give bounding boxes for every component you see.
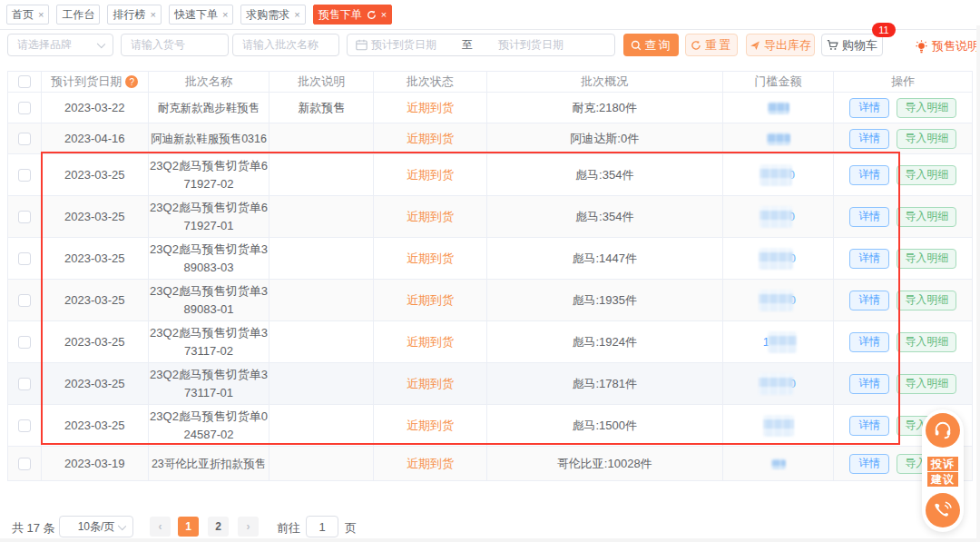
row-checkbox[interactable]: [18, 102, 31, 114]
row-amount-blurred: [767, 133, 790, 145]
table-row: 2023-03-25 23Q2彪马预售切货单389083-03 近期到货 彪马:…: [8, 238, 972, 280]
phone-contact-button[interactable]: [926, 493, 960, 527]
row-checkbox[interactable]: [18, 294, 31, 307]
row-checkbox[interactable]: [18, 458, 31, 470]
row-batch-summary: 彪马:1924件: [572, 334, 637, 350]
row-checkbox[interactable]: [18, 252, 31, 265]
detail-button[interactable]: 详情: [849, 332, 889, 352]
tab-close-icon[interactable]: ×: [150, 10, 155, 20]
detail-button[interactable]: 详情: [849, 454, 889, 474]
date-separator: 至: [440, 37, 495, 53]
tab-presale-order[interactable]: 预售下单×: [313, 5, 392, 25]
row-batch-status: 近期到货: [407, 376, 454, 392]
detail-button[interactable]: 详情: [849, 416, 889, 436]
row-checkbox[interactable]: [18, 169, 31, 182]
brand-select[interactable]: 请选择品牌: [7, 34, 113, 56]
detail-button[interactable]: 详情: [849, 374, 889, 394]
row-batch-status: 近期到货: [407, 334, 454, 350]
cart-button[interactable]: 购物车: [821, 34, 883, 56]
tab-quick-order[interactable]: 快速下单×: [169, 5, 233, 25]
tab-home[interactable]: 首页×: [6, 5, 49, 25]
row-batch-summary: 哥伦比亚:10028件: [557, 456, 652, 472]
row-checkbox[interactable]: [18, 378, 31, 390]
detail-button[interactable]: 详情: [849, 129, 889, 149]
select-all-checkbox[interactable]: [18, 75, 31, 88]
chevron-down-icon: [118, 522, 126, 530]
import-button[interactable]: 导入明细: [897, 98, 956, 118]
tab-label: 快速下单: [174, 7, 218, 23]
import-button[interactable]: 导入明细: [897, 332, 956, 352]
complaint-label-line1: 投诉: [927, 457, 958, 471]
tab-close-icon[interactable]: ×: [222, 10, 228, 20]
page-bottom-strip: [0, 538, 980, 542]
import-button[interactable]: 导入明细: [897, 374, 956, 394]
goto-page-input[interactable]: 1: [306, 516, 338, 537]
page-button-1[interactable]: 1: [178, 517, 199, 537]
phone-icon: [934, 501, 952, 519]
row-batch-name: 23Q2彪马预售切货单671927-01: [150, 199, 269, 235]
tab-close-icon[interactable]: ×: [294, 10, 299, 20]
tab-workbench[interactable]: 工作台: [56, 5, 100, 25]
tab-bar: 首页×工作台排行榜×快速下单×求购需求×预售下单×: [0, 0, 980, 30]
complaint-suggestion-button[interactable]: 投诉 建议: [927, 457, 958, 487]
refresh-icon: [691, 40, 701, 51]
row-amount-blurred: [759, 248, 793, 270]
row-batch-name: 23Q2彪马预售切货单389083-01: [150, 282, 269, 319]
bulb-icon: [915, 40, 928, 54]
detail-button[interactable]: 详情: [849, 291, 889, 310]
tab-label: 首页: [12, 7, 34, 23]
customer-service-button[interactable]: [926, 413, 960, 448]
import-button[interactable]: 导入明细: [897, 291, 956, 310]
batch-name-placeholder: 请输入批次名称: [233, 37, 318, 53]
export-inventory-button[interactable]: 导出库存: [746, 34, 815, 56]
row-date: 2023-04-16: [64, 132, 125, 145]
row-checkbox[interactable]: [18, 419, 31, 432]
detail-button[interactable]: 详情: [849, 98, 889, 118]
reset-button[interactable]: 重置: [685, 34, 738, 56]
row-checkbox[interactable]: [18, 211, 31, 223]
row-amount-blurred: [768, 102, 789, 114]
page-unit-label: 页: [345, 520, 357, 537]
search-button[interactable]: 查询: [623, 34, 679, 56]
row-date: 2023-03-19: [64, 457, 125, 470]
detail-button[interactable]: 详情: [849, 249, 889, 269]
presale-help-link[interactable]: 预售说明: [915, 38, 979, 54]
prev-page-button[interactable]: ‹: [150, 517, 171, 537]
question-icon[interactable]: ?: [125, 75, 138, 88]
import-button[interactable]: 导入明细: [897, 249, 956, 269]
import-button[interactable]: 导入明细: [897, 165, 956, 185]
import-button[interactable]: 导入明细: [897, 207, 956, 227]
page-size-select[interactable]: 10条/页: [59, 516, 133, 537]
row-batch-status: 近期到货: [407, 209, 454, 225]
detail-button[interactable]: 详情: [849, 165, 889, 185]
table-row: 2023-04-16 阿迪新款鞋服预售0316 近期到货 阿迪达斯:0件 详情 …: [8, 123, 972, 154]
tab-close-icon[interactable]: ×: [381, 10, 387, 20]
date-range-picker[interactable]: 预计到货日期 至 预计到货日期: [347, 34, 615, 56]
col-batch-note: 批次说明: [270, 72, 374, 92]
row-batch-name: 23哥伦比亚折扣款预售: [152, 455, 266, 473]
next-page-button[interactable]: ›: [238, 517, 259, 537]
date-start-placeholder: 预计到货日期: [368, 37, 440, 53]
row-batch-summary: 彪马:1447件: [572, 251, 637, 267]
batch-name-input[interactable]: 请输入批次名称: [232, 34, 339, 56]
presale-help-label: 预售说明: [932, 38, 979, 54]
row-batch-summary: 彪马:354件: [575, 209, 633, 225]
row-amount-blurred: [771, 458, 786, 469]
detail-button[interactable]: 详情: [849, 207, 889, 227]
col-batch-status: 批次状态: [374, 72, 487, 92]
item-no-placeholder: 请输入货号: [122, 37, 185, 53]
export-button-label: 导出库存: [764, 37, 811, 54]
search-button-label: 查询: [645, 37, 672, 54]
tab-ranking[interactable]: 排行榜×: [107, 5, 161, 25]
page-button-2[interactable]: 2: [208, 517, 229, 537]
send-icon: [750, 40, 760, 51]
tab-purchase-request[interactable]: 求购需求×: [240, 5, 305, 25]
row-checkbox[interactable]: [18, 133, 31, 145]
import-button[interactable]: 导入明细: [897, 129, 956, 149]
tab-close-icon[interactable]: ×: [38, 10, 44, 20]
item-no-input[interactable]: 请输入货号: [121, 34, 229, 56]
row-checkbox[interactable]: [18, 336, 31, 349]
row-batch-name: 23Q2彪马预售切货单373117-01: [150, 366, 269, 402]
total-count: 共 17 条: [12, 520, 55, 537]
scrollbar-track[interactable]: [976, 25, 980, 542]
